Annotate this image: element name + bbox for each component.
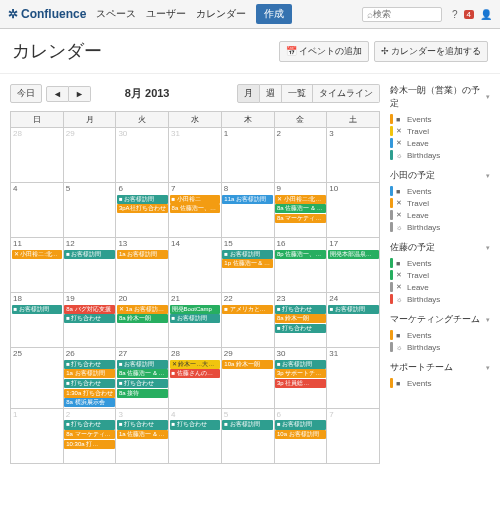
event[interactable]: 10:30a 打… [64, 440, 115, 449]
event[interactable]: 8a 鈴木一朗 [117, 314, 168, 323]
add-calendar-button[interactable]: ✢カレンダーを追加する [374, 41, 488, 62]
today-button[interactable]: 今日 [10, 84, 42, 103]
event[interactable]: ■ お客様訪問 [12, 305, 63, 314]
event[interactable]: 10a 鈴木一朗 [222, 360, 273, 369]
legend-item[interactable]: ■Events [390, 329, 490, 341]
legend-item[interactable]: ■Events [390, 185, 490, 197]
day-cell[interactable]: 10 [327, 183, 380, 238]
event[interactable]: 8a 横浜展示会 [64, 398, 115, 407]
day-cell[interactable]: 1 [11, 408, 64, 463]
day-cell[interactable]: 6■ お客様訪問3pA社打ち合わせ [116, 183, 169, 238]
event[interactable]: 3p サポートチーム8月定例 [275, 369, 326, 378]
group-title[interactable]: サポートチーム [390, 361, 490, 374]
event[interactable]: 1a お客様訪問 [117, 250, 168, 259]
day-cell[interactable]: 17開発本部温泉プチ社員旅行 [327, 238, 380, 293]
user-icon[interactable]: 👤 [480, 9, 492, 20]
event[interactable]: ■ お客様訪問 [275, 420, 326, 429]
event[interactable]: ✕ 鈴木一…大阪出… [170, 360, 221, 369]
day-cell[interactable]: 3■ 打ち合わせ1a 佐藤浩一 & 鈴木一朗 [116, 408, 169, 463]
prev-button[interactable]: ◄ [46, 86, 69, 102]
day-cell[interactable]: 22■ アメリカとの電話会議 & 鈴木一朗 [221, 293, 274, 348]
event[interactable]: 1a 佐藤浩一 & 鈴木一朗 [117, 430, 168, 439]
event[interactable]: 11a お客様訪問 [222, 195, 273, 204]
event[interactable]: 8a 接待 [117, 389, 168, 398]
event[interactable]: ■ アメリカとの電話会議 & 鈴木一朗 [222, 305, 273, 314]
day-cell[interactable]: 4■ 打ち合わせ [169, 408, 222, 463]
view-list[interactable]: 一覧 [282, 84, 313, 103]
group-title[interactable]: 小田の予定 [390, 169, 490, 182]
event[interactable]: ■ お客様訪問 [222, 250, 273, 259]
nav-spaces[interactable]: スペース [96, 7, 136, 21]
day-cell[interactable]: 5■ お客様訪問 [221, 408, 274, 463]
event[interactable]: 8a 佐藤浩一 & 鈴木一朗 [275, 204, 326, 213]
event[interactable]: ■ 小田裕二 [170, 195, 221, 204]
day-cell[interactable]: 25 [11, 348, 64, 409]
event[interactable]: 10a お客様訪問 [275, 430, 326, 439]
day-cell[interactable]: 2 [274, 128, 327, 183]
event[interactable]: 3p 社員総… [275, 379, 326, 388]
day-cell[interactable]: 14 [169, 238, 222, 293]
day-cell[interactable]: 6■ お客様訪問10a お客様訪問 [274, 408, 327, 463]
day-cell[interactable]: 23■ 打ち合わせ8a 鈴木一朗■ 打ち合わせ [274, 293, 327, 348]
event[interactable]: ■ 打ち合わせ [64, 379, 115, 388]
day-cell[interactable]: 24■ お客様訪問 [327, 293, 380, 348]
event[interactable]: ■ 佐藤さんの誕生日 [170, 369, 221, 378]
nav-users[interactable]: ユーザー [146, 7, 186, 21]
event[interactable]: 8a バグ対応支援 [64, 305, 115, 314]
legend-item[interactable]: ✕Leave [390, 281, 490, 293]
day-cell[interactable]: 30 [116, 128, 169, 183]
event[interactable]: ■ 打ち合わせ [117, 379, 168, 388]
group-title[interactable]: マーケティングチーム [390, 313, 490, 326]
day-cell[interactable]: 20✕ 1a お客様訪問 & 鈴木一朗8a 鈴木一朗 [116, 293, 169, 348]
day-cell[interactable]: 1 [221, 128, 274, 183]
legend-item[interactable]: ☼Birthdays [390, 341, 490, 353]
event[interactable]: ■ 打ち合わせ [170, 420, 221, 429]
day-cell[interactable]: 21開発BootCamp■ お客様訪問 [169, 293, 222, 348]
view-week[interactable]: 週 [260, 84, 282, 103]
day-cell[interactable]: 2910a 鈴木一朗 [221, 348, 274, 409]
event[interactable]: 3pA社打ち合わせ [117, 204, 168, 213]
day-cell[interactable]: 30■ お客様訪問3p サポートチーム8月定例3p 社員総… [274, 348, 327, 409]
event[interactable]: ■ お客様訪問 [117, 360, 168, 369]
day-cell[interactable]: 31 [169, 128, 222, 183]
event[interactable]: ■ 打ち合わせ [275, 305, 326, 314]
legend-item[interactable]: ☼Birthdays [390, 221, 490, 233]
event[interactable]: 1:30a 打ち合わせ [64, 389, 115, 398]
day-cell[interactable]: 5 [63, 183, 116, 238]
event[interactable]: ■ お客様訪問 [275, 360, 326, 369]
day-cell[interactable]: 31 [327, 348, 380, 409]
day-cell[interactable]: 15■ お客様訪問1p 佐藤浩一 & 鈴木一朗 [221, 238, 274, 293]
legend-item[interactable]: ■Events [390, 257, 490, 269]
legend-item[interactable]: ✕Travel [390, 125, 490, 137]
event[interactable]: ■ お客様訪問 [64, 250, 115, 259]
legend-item[interactable]: ✕Travel [390, 197, 490, 209]
day-cell[interactable]: 29 [63, 128, 116, 183]
search-input[interactable] [373, 9, 423, 19]
event[interactable]: ■ お客様訪問 [170, 314, 221, 323]
help-icon[interactable]: ? [452, 9, 458, 20]
day-cell[interactable]: 9✕ 小田裕二:北海道出張8a 佐藤浩一 & 鈴木一朗8a マーケティング予算締… [274, 183, 327, 238]
day-cell[interactable]: 28 [11, 128, 64, 183]
event[interactable]: ■ お客様訪問 [117, 195, 168, 204]
event[interactable]: 8a マーケティング予算締切 [275, 214, 326, 223]
event[interactable]: 8a 佐藤浩一、小田裕二 [170, 204, 221, 213]
notif-icon[interactable]: 4 [464, 10, 474, 19]
event[interactable]: 1p 佐藤浩一 & 鈴木一朗 [222, 259, 273, 268]
legend-item[interactable]: ☼Birthdays [390, 149, 490, 161]
legend-item[interactable]: ■Events [390, 113, 490, 125]
event[interactable]: 8a マーケティングチーム9月定… [64, 430, 115, 439]
logo[interactable]: ✲Confluence [8, 7, 86, 21]
day-cell[interactable]: 168p 佐藤浩一、小田裕二 & 鈴木一朗 [274, 238, 327, 293]
event[interactable]: ✕ 1a お客様訪問 & 鈴木一朗 [117, 305, 168, 314]
day-cell[interactable]: 2■ 打ち合わせ8a マーケティングチーム9月定…10:30a 打… [63, 408, 116, 463]
add-event-button[interactable]: 📅イベントの追加 [279, 41, 369, 62]
event[interactable]: 開発本部温泉プチ社員旅行 [328, 250, 379, 259]
day-cell[interactable]: 3 [327, 128, 380, 183]
event[interactable]: ■ 打ち合わせ [275, 324, 326, 333]
event[interactable]: 8p 佐藤浩一、小田裕二 & 鈴木一朗 [275, 250, 326, 259]
day-cell[interactable]: 26■ 打ち合わせ1a お客様訪問■ 打ち合わせ1:30a 打ち合わせ8a 横浜… [63, 348, 116, 409]
legend-item[interactable]: ■Events [390, 377, 490, 389]
day-cell[interactable]: 18■ お客様訪問 [11, 293, 64, 348]
day-cell[interactable]: 12■ お客様訪問 [63, 238, 116, 293]
legend-item[interactable]: ✕Travel [390, 269, 490, 281]
